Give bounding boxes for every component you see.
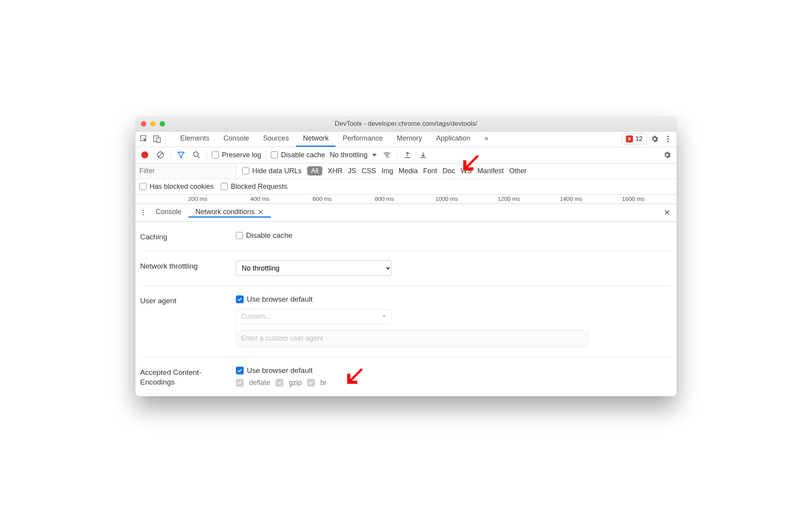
enc-gzip-checkbox — [276, 379, 283, 387]
enc-br-label: br — [320, 379, 327, 387]
has-blocked-cookies-label: Has blocked cookies — [149, 183, 214, 191]
svg-point-13 — [142, 212, 144, 213]
record-button[interactable] — [139, 149, 150, 160]
tab-network[interactable]: Network — [296, 132, 336, 147]
preserve-log-checkbox[interactable]: Preserve log — [212, 151, 261, 159]
chevron-down-icon — [372, 154, 377, 156]
timeline-tick: 800 ms — [375, 195, 394, 202]
filter-type-ws[interactable]: WS — [460, 167, 472, 175]
import-har-icon[interactable] — [402, 149, 413, 160]
disable-cache-input[interactable] — [271, 151, 278, 158]
filter-type-manifest[interactable]: Manifest — [477, 167, 504, 175]
svg-point-10 — [387, 156, 388, 158]
timeline-tick: 1400 ms — [560, 195, 582, 202]
filter-type-media[interactable]: Media — [399, 167, 418, 175]
filter-type-img[interactable]: Img — [381, 167, 393, 175]
enc-use-default-label: Use browser default — [247, 366, 313, 375]
tabs-overflow-button[interactable]: » — [477, 132, 495, 147]
encodings-label: Accepted Content-Encodings — [140, 366, 236, 387]
filter-funnel-icon[interactable] — [176, 149, 186, 160]
hide-data-urls-input[interactable] — [242, 167, 249, 174]
caching-disable-cache-input[interactable] — [236, 232, 243, 239]
main-tabs-row: Elements Console Sources Network Perform… — [135, 132, 677, 147]
inspect-icon[interactable] — [139, 134, 149, 144]
has-blocked-cookies-input[interactable] — [139, 183, 146, 190]
titlebar: DevTools - developer.chrome.com/tags/dev… — [135, 117, 677, 132]
svg-point-5 — [667, 141, 669, 142]
filter-type-doc[interactable]: Doc — [443, 167, 455, 175]
ua-custom-input — [236, 330, 589, 347]
blocked-requests-input[interactable] — [221, 183, 228, 190]
timeline-ruler[interactable]: 200 ms 400 ms 600 ms 800 ms 1000 ms 1200… — [135, 195, 677, 204]
devtools-window: DevTools - developer.chrome.com/tags/dev… — [135, 117, 677, 396]
filter-input[interactable] — [135, 163, 237, 179]
blocked-requests-checkbox[interactable]: Blocked Requests — [221, 183, 287, 191]
caching-disable-cache-checkbox[interactable]: Disable cache — [236, 231, 672, 240]
divider — [165, 134, 165, 144]
hide-data-urls-checkbox[interactable]: Hide data URLs — [242, 167, 302, 175]
enc-use-default-checkbox[interactable]: Use browser default — [236, 366, 672, 375]
tab-sources[interactable]: Sources — [256, 132, 296, 147]
error-count: 12 — [635, 135, 643, 143]
window-title: DevTools - developer.chrome.com/tags/dev… — [135, 120, 677, 128]
record-icon — [141, 151, 148, 158]
svg-point-12 — [142, 210, 144, 211]
filter-type-all[interactable]: All — [307, 166, 322, 176]
divider — [266, 150, 266, 160]
error-count-badge[interactable]: ✕ 12 — [622, 134, 647, 144]
divider — [170, 150, 171, 160]
svg-point-14 — [142, 214, 144, 216]
drawer-tab-network-conditions[interactable]: Network conditions ✕ — [188, 208, 271, 218]
tab-memory[interactable]: Memory — [390, 132, 429, 147]
settings-gear-icon[interactable] — [649, 134, 660, 144]
tab-performance[interactable]: Performance — [336, 132, 390, 147]
timeline-tick: 200 ms — [188, 195, 207, 202]
clear-button[interactable] — [155, 149, 166, 160]
chevron-down-icon — [382, 315, 387, 318]
ua-use-default-checkbox[interactable]: Use browser default — [236, 295, 672, 304]
filter-type-font[interactable]: Font — [423, 167, 437, 175]
search-icon[interactable] — [191, 149, 202, 160]
preserve-log-input[interactable] — [212, 151, 219, 158]
network-toolbar: Preserve log Disable cache No throttling — [135, 147, 677, 163]
kebab-menu-icon[interactable] — [663, 134, 673, 144]
caching-row: Caching Disable cache — [140, 222, 672, 251]
disable-cache-checkbox[interactable]: Disable cache — [271, 151, 325, 159]
tab-elements[interactable]: Elements — [173, 132, 216, 147]
drawer-tabs: Console Network conditions ✕ ✕ — [135, 204, 677, 222]
encodings-list: deflate gzip br — [236, 379, 672, 387]
close-tab-icon[interactable]: ✕ — [258, 208, 264, 216]
filter-row-2: Has blocked cookies Blocked Requests — [135, 179, 677, 195]
filter-type-xhr[interactable]: XHR — [328, 167, 343, 175]
timeline-tick: 1200 ms — [497, 195, 520, 202]
svg-point-8 — [193, 152, 198, 156]
divider — [207, 150, 207, 160]
filter-type-other[interactable]: Other — [509, 167, 527, 175]
checked-icon — [236, 295, 244, 303]
throttling-select-drawer[interactable]: No throttling — [236, 260, 392, 276]
export-har-icon[interactable] — [418, 149, 429, 160]
drawer-tab-network-conditions-label: Network conditions — [195, 208, 255, 216]
network-conditions-panel: Caching Disable cache Network throttling… — [135, 222, 677, 396]
tab-application[interactable]: Application — [429, 132, 477, 147]
svg-line-9 — [198, 156, 200, 158]
drawer-tab-console[interactable]: Console — [149, 208, 188, 217]
throttling-value: No throttling — [330, 151, 367, 159]
throttling-select[interactable]: No throttling — [330, 151, 377, 159]
device-toggle-icon[interactable] — [152, 134, 163, 144]
close-drawer-icon[interactable]: ✕ — [664, 208, 670, 217]
filter-type-css[interactable]: CSS — [362, 167, 376, 175]
network-conditions-icon[interactable] — [381, 149, 392, 160]
throttling-row: Network throttling No throttling — [140, 251, 672, 286]
user-agent-label: User agent — [140, 295, 236, 305]
encodings-row: Accepted Content-Encodings Use browser d… — [140, 357, 672, 396]
tab-console[interactable]: Console — [216, 132, 256, 147]
filter-type-js[interactable]: JS — [348, 167, 356, 175]
drawer-kebab-icon[interactable] — [138, 207, 149, 218]
has-blocked-cookies-checkbox[interactable]: Has blocked cookies — [139, 183, 214, 191]
network-settings-gear-icon[interactable] — [662, 149, 673, 160]
blocked-requests-label: Blocked Requests — [231, 183, 287, 191]
enc-deflate-label: deflate — [249, 379, 270, 387]
svg-point-3 — [667, 136, 669, 137]
ua-custom-placeholder: Custom... — [241, 313, 271, 321]
